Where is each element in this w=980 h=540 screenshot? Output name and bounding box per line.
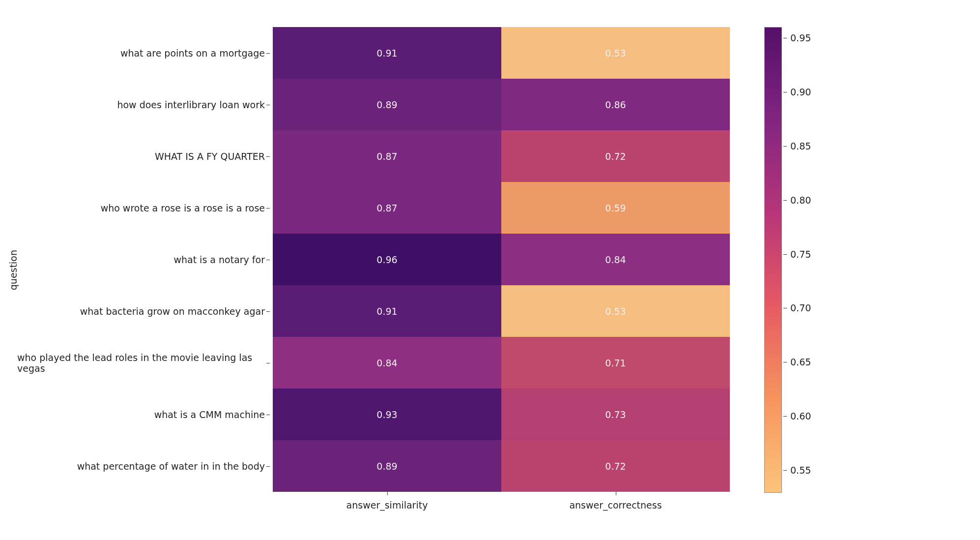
colorbar-ticks: 0.550.600.650.700.750.800.850.900.95	[783, 27, 823, 492]
heatmap-cell: 0.84	[273, 337, 501, 389]
colorbar-tick: 0.90	[783, 87, 811, 97]
heatmap-cell: 0.86	[501, 79, 730, 130]
colorbar-tick: 0.55	[783, 465, 811, 476]
heatmap-cell: 0.91	[273, 27, 501, 79]
x-tick-container: answer_similarityanswer_correctness	[273, 492, 730, 511]
colorbar-tick: 0.85	[783, 141, 811, 151]
y-tick-label: what is a CMM machine	[17, 389, 273, 440]
heatmap-cell: 0.84	[501, 234, 730, 285]
heatmap-cell: 0.71	[501, 337, 730, 389]
y-tick-label: who played the lead roles in the movie l…	[17, 337, 273, 389]
colorbar-tick: 0.65	[783, 357, 811, 367]
heatmap-cell: 0.96	[273, 234, 501, 285]
y-tick-label: what is a notary for	[17, 234, 273, 285]
colorbar-tick: 0.95	[783, 32, 811, 43]
heatmap-cell: 0.89	[273, 440, 501, 492]
heatmap-cell: 0.73	[501, 389, 730, 440]
heatmap-cell: 0.72	[501, 440, 730, 492]
colorbar	[764, 27, 782, 493]
y-tick-label: how does interlibrary loan work	[17, 79, 273, 130]
heatmap-cell: 0.91	[273, 285, 501, 337]
heatmap-cell: 0.53	[501, 27, 730, 79]
y-tick-label: who wrote a rose is a rose is a rose	[17, 182, 273, 234]
colorbar-tick: 0.80	[783, 195, 811, 206]
heatmap-cell: 0.87	[273, 182, 501, 234]
heatmap-cell: 0.89	[273, 79, 501, 130]
x-tick-label: answer_correctness	[501, 492, 730, 511]
heatmap-cell: 0.87	[273, 130, 501, 182]
y-tick-container: what are points on a mortgagehow does in…	[17, 27, 273, 492]
y-tick-label: what are points on a mortgage	[17, 27, 273, 79]
x-tick-label: answer_similarity	[273, 492, 501, 511]
y-tick-label: what percentage of water in in the body	[17, 440, 273, 492]
heatmap-figure: question what are points on a mortgageho…	[0, 0, 980, 540]
heatmap-cell: 0.72	[501, 130, 730, 182]
heatmap-grid: 0.910.530.890.860.870.720.870.590.960.84…	[273, 27, 730, 492]
heatmap-cell: 0.53	[501, 285, 730, 337]
y-tick-label: what bacteria grow on macconkey agar	[17, 285, 273, 337]
heatmap-cell: 0.93	[273, 389, 501, 440]
colorbar-tick: 0.75	[783, 249, 811, 260]
colorbar-tick: 0.60	[783, 411, 811, 421]
y-tick-label: WHAT IS A FY QUARTER	[17, 130, 273, 182]
colorbar-tick: 0.70	[783, 302, 811, 313]
heatmap-cell: 0.59	[501, 182, 730, 234]
